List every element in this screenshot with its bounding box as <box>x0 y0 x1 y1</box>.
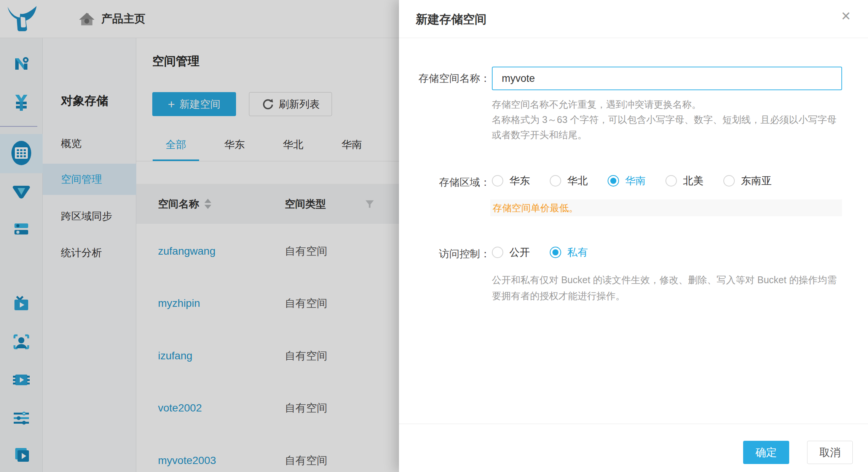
radio-circle-icon <box>723 175 735 187</box>
bucket-name-help: 存储空间名称不允许重复，遇到冲突请更换名称。 名称格式为 3～63 个字符，可以… <box>492 97 843 142</box>
access-radio-group: 公开 私有 <box>492 242 598 263</box>
radio-access-private[interactable]: 私有 <box>550 246 588 259</box>
radio-region-dongnanya[interactable]: 东南亚 <box>723 174 772 188</box>
access-control-help: 公开和私有仅对 Bucket 的读文件生效，修改、删除、写入等对 Bucket … <box>492 272 841 304</box>
bucket-name-input[interactable] <box>492 67 842 90</box>
create-bucket-modal: 新建存储空间 × 存储空间名称： 存储空间名称不允许重复，遇到冲突请更换名称。 … <box>399 0 868 472</box>
radio-circle-icon <box>550 175 561 187</box>
modal-title: 新建存储空间 <box>416 11 487 27</box>
radio-region-huadong[interactable]: 华东 <box>492 174 530 188</box>
radio-region-huabei[interactable]: 华北 <box>550 174 588 188</box>
region-label: 存储区域： <box>414 175 490 189</box>
bucket-name-label: 存储空间名称： <box>414 72 490 85</box>
radio-circle-icon <box>550 247 561 258</box>
region-radio-group: 华东 华北 华南 北美 东南亚 <box>492 171 782 191</box>
cancel-button[interactable]: 取消 <box>807 441 853 464</box>
radio-circle-icon <box>608 175 619 187</box>
radio-access-public[interactable]: 公开 <box>492 246 530 259</box>
modal-footer: 确定 取消 <box>399 424 868 472</box>
radio-circle-icon <box>492 175 503 187</box>
region-price-note: 存储空间单价最低。 <box>490 199 842 216</box>
app-stage: 产品主页 <box>0 0 868 472</box>
close-icon[interactable]: × <box>835 5 857 27</box>
modal-header: 新建存储空间 × <box>399 0 868 38</box>
radio-region-beimei[interactable]: 北美 <box>665 174 704 188</box>
radio-circle-icon <box>665 175 677 187</box>
radio-circle-icon <box>492 247 503 258</box>
access-control-label: 访问控制： <box>414 247 490 261</box>
confirm-button[interactable]: 确定 <box>743 441 789 464</box>
radio-region-huanan[interactable]: 华南 <box>608 174 646 188</box>
